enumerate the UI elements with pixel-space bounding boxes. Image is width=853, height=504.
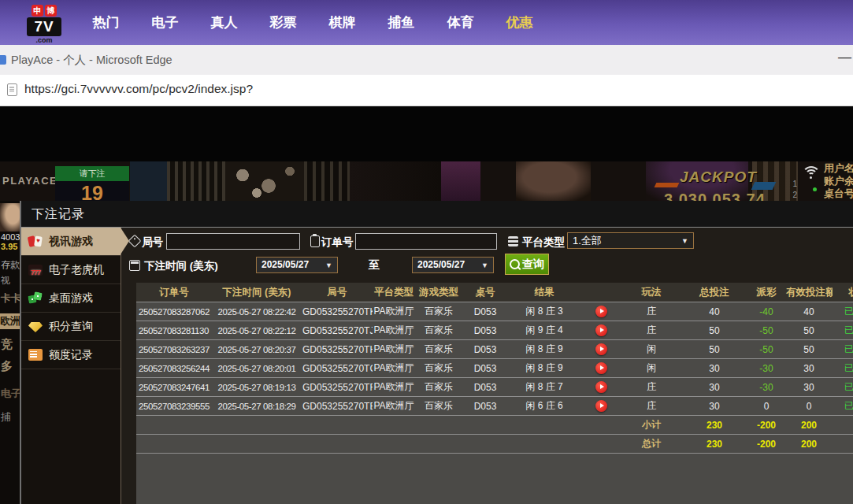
cell-replay [580,302,621,321]
replay-button[interactable] [595,381,607,393]
sidebar-item-live-games[interactable]: 视讯游戏 [21,228,121,256]
cell-table-no: D053 [462,378,508,397]
search-button[interactable]: 查询 [505,254,549,275]
cell-total-bet: 30 [681,378,747,397]
date-from-select[interactable]: ▼ 2025/05/27 [256,257,338,273]
subtotal-row: 小计 230 -200 200 [136,416,853,435]
jackpot-label: JACKPOT [680,169,757,186]
background-text: 4003 [1,232,20,242]
cell-platform: PA欧洲厅 [373,359,415,378]
col-bet-type: 玩法 [621,283,681,302]
order-input[interactable] [355,233,497,250]
cell-round: GD053255270TJ [302,321,373,340]
cell-status: 已派彩 [833,397,853,416]
page-icon[interactable] [7,83,17,96]
grand-total-label: 总计 [621,435,681,454]
replay-button[interactable] [595,324,607,336]
menu-item-promotions[interactable]: 优惠 [490,13,549,32]
table-row: 250527083263237 2025-05-27 08:20:37 GD05… [136,340,853,359]
cell-payout: -50 [747,321,785,340]
date-to-select[interactable]: ▼ 2025/05/27 [412,257,494,273]
round-input[interactable] [166,233,300,250]
replay-button[interactable] [595,343,607,355]
cell-game-type: 百家乐 [415,378,462,397]
background-text: 3.95 [1,242,17,251]
menu-item-electronic[interactable]: 电子 [135,13,195,32]
countdown-number: 19 [55,181,129,201]
panel-title: 下注记录 [21,201,853,228]
platform-label: 平台类型 [522,235,565,250]
tag-icon [128,235,142,248]
jackpot-value: 3,030,053.74 [664,191,766,201]
cell-total-bet: 50 [681,321,747,340]
cell-valid-bet: 0 [785,397,833,416]
menu-item-sports[interactable]: 体育 [431,13,490,32]
jackpot-stripe-left [655,183,680,187]
background-text: 存款 [1,258,20,272]
banner-collage [350,161,441,201]
panel-sidebar: 视讯游戏 电子老虎机 桌面游戏 积分查询 额度记录 [21,228,121,504]
play-icon [600,328,604,332]
cell-status: 已派彩 [833,359,853,378]
bet-records-panel: 下注记录 视讯游戏 电子老虎机 桌面游戏 积分查询 额度记录 [20,201,853,504]
platform-select[interactable]: ▼ 1.全部 [567,232,694,249]
menu-item-fishing[interactable]: 捕鱼 [372,13,431,32]
caret-down-icon: ▼ [681,233,688,249]
cell-round: GD053255270TH [302,340,373,359]
cell-bet-time: 2025-05-27 08:19:13 [212,378,302,397]
cell-total-bet: 50 [681,340,747,359]
col-status: 状态 [833,283,853,302]
cell-table-no: D053 [462,397,508,416]
col-round: 局号 [302,283,373,302]
logo-badge-bo: 博 [45,5,57,17]
cell-bet-type: 闲 [621,340,681,359]
document-icon [28,349,43,361]
cell-bet-type: 庄 [621,397,681,416]
menu-item-live[interactable]: 真人 [195,13,254,32]
search-button-label: 查询 [522,258,544,272]
caret-down-icon: ▼ [325,258,332,273]
cell-order: 250527083263237 [136,340,212,359]
col-total-bet: 总投注 [681,283,747,302]
banner-collage [130,161,167,201]
cell-bet-type: 庄 [621,378,681,397]
logo-badges: 申 博 [24,5,64,17]
play-icon [600,346,604,351]
date-from-value: 2025/05/27 [261,259,309,270]
dice-icon [28,292,43,305]
url-text[interactable]: https://gci.7vvvvvv.com/pc/pcv2/index.js… [24,82,253,96]
casino-banner: PLAYACE 请下注 19 JACKPOT 3,030,053.74 1 2 … [0,161,853,201]
col-game-type: 游戏类型 [415,283,462,302]
round-label: 局号 [142,235,163,250]
site-logo[interactable]: 申 博 7V .com [24,5,64,44]
wifi-icon [802,166,822,180]
sidebar-item-table-games[interactable]: 桌面游戏 [21,284,121,313]
banner-collage [225,161,304,201]
minimize-button[interactable]: — [838,50,851,65]
replay-button[interactable] [595,362,607,374]
sidebar-item-label: 视讯游戏 [49,235,93,249]
cell-payout: 0 [747,397,785,416]
banner-collage [167,161,225,201]
sidebar-item-label: 额度记录 [49,348,93,362]
replay-button[interactable] [595,306,607,317]
background-text: 卡卡 [1,291,20,306]
sidebar-item-quota-records[interactable]: 额度记录 [21,341,121,369]
cell-game-type: 百家乐 [415,397,462,416]
bet-countdown: 请下注 19 [55,166,129,201]
cell-result: 闲 6 庄 6 [508,397,580,416]
subtotal-valid-bet: 200 [785,416,833,435]
cell-game-type: 百家乐 [415,302,462,321]
replay-button[interactable] [595,400,607,412]
filter-row-1: 局号 订单号 平台类型 ▼ 1.全部 [121,232,853,253]
sidebar-item-label: 电子老虎机 [49,263,104,277]
sidebar-item-points-query[interactable]: 积分查询 [21,313,121,341]
sidebar-item-slots[interactable]: 电子老虎机 [21,256,121,284]
menu-item-lottery[interactable]: 彩票 [254,13,313,32]
menu-item-chess[interactable]: 棋牌 [313,13,372,32]
cell-game-type: 百家乐 [415,359,462,378]
menu-item-hot[interactable]: 热门 [76,13,135,32]
clipboard-icon [310,235,320,247]
banner-list-numbers: 1 2 [791,179,797,201]
banner-collage [441,161,480,201]
